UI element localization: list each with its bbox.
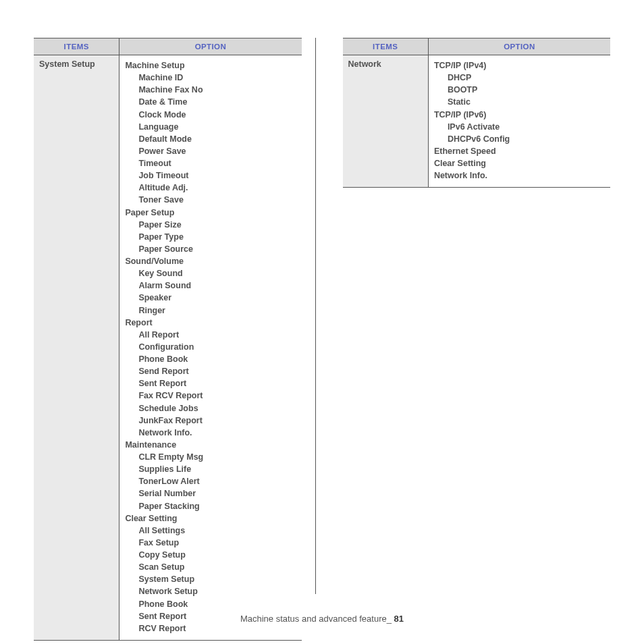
option-item: All Report — [125, 329, 296, 341]
option-item: Clock Mode — [125, 109, 296, 121]
option-item: Fax Setup — [125, 537, 296, 549]
header-option: OPTION — [119, 38, 302, 55]
option-item: Report — [125, 317, 296, 329]
option-item: DHCPv6 Config — [434, 133, 605, 145]
option-item: System Setup — [125, 573, 296, 585]
option-item: Paper Type — [125, 231, 296, 243]
item-cell: System Setup — [34, 55, 119, 641]
header-option: OPTION — [428, 38, 610, 55]
option-item: Ethernet Speed — [434, 145, 605, 157]
option-item: Copy Setup — [125, 549, 296, 561]
option-item: Network Info. — [125, 427, 296, 439]
option-item: TonerLow Alert — [125, 475, 296, 487]
option-item: Machine Setup — [125, 59, 296, 72]
option-item: Paper Stacking — [125, 500, 296, 512]
option-item: Power Save — [125, 145, 296, 157]
option-item: Altitude Adj. — [125, 182, 296, 194]
option-item: Phone Book — [125, 598, 296, 610]
option-item: Date & Time — [125, 96, 296, 108]
option-item: Paper Source — [125, 243, 296, 255]
option-item: Timeout — [125, 157, 296, 169]
option-cell: TCP/IP (IPv4)DHCPBOOTPStaticTCP/IP (IPv6… — [428, 55, 610, 188]
system-setup-table: ITEMS OPTION System Setup Machine SetupM… — [34, 38, 302, 641]
option-item: Job Timeout — [125, 169, 296, 182]
option-item: Network Info. — [434, 169, 605, 182]
option-item: Alarm Sound — [125, 279, 296, 292]
option-item: Configuration — [125, 341, 296, 353]
option-item: Serial Number — [125, 487, 296, 500]
option-item: Toner Save — [125, 194, 296, 206]
network-table: ITEMS OPTION Network TCP/IP (IPv4)DHCPBO… — [343, 38, 611, 188]
option-item: Sound/Volume — [125, 255, 296, 267]
header-items: ITEMS — [34, 38, 119, 55]
option-item: Machine ID — [125, 72, 296, 84]
option-item: IPv6 Activate — [434, 121, 605, 133]
page-number: 81 — [394, 614, 404, 624]
option-item: Supplies Life — [125, 463, 296, 475]
option-item: Speaker — [125, 292, 296, 304]
option-item: RCV Report — [125, 622, 296, 635]
option-item: Machine Fax No — [125, 84, 296, 96]
page-content: ITEMS OPTION System Setup Machine SetupM… — [0, 0, 644, 594]
option-item: Default Mode — [125, 133, 296, 145]
option-item: Send Report — [125, 365, 296, 377]
option-item: Scan Setup — [125, 561, 296, 573]
option-item: Phone Book — [125, 353, 296, 365]
option-item: All Settings — [125, 525, 296, 537]
option-item: TCP/IP (IPv6) — [434, 109, 605, 121]
header-items: ITEMS — [343, 38, 429, 55]
option-item: DHCP — [434, 72, 605, 84]
left-column: ITEMS OPTION System Setup Machine SetupM… — [34, 38, 316, 594]
option-cell: Machine SetupMachine IDMachine Fax NoDat… — [119, 55, 302, 641]
footer-text: Machine status and advanced feature_ — [240, 614, 392, 624]
option-item: CLR Empty Msg — [125, 451, 296, 463]
option-item: JunkFax Report — [125, 414, 296, 427]
option-item: Fax RCV Report — [125, 390, 296, 402]
option-item: Paper Setup — [125, 207, 296, 219]
option-item: Sent Report — [125, 377, 296, 390]
right-column: ITEMS OPTION Network TCP/IP (IPv4)DHCPBO… — [343, 38, 611, 594]
item-cell: Network — [343, 55, 429, 188]
option-item: Paper Size — [125, 219, 296, 231]
option-item: Key Sound — [125, 267, 296, 279]
option-item: Network Setup — [125, 585, 296, 597]
option-item: Language — [125, 121, 296, 133]
option-item: Clear Setting — [434, 157, 605, 169]
option-item: Schedule Jobs — [125, 402, 296, 414]
page-footer: Machine status and advanced feature_ 81 — [0, 614, 644, 624]
option-item: Maintenance — [125, 439, 296, 451]
option-item: BOOTP — [434, 84, 605, 96]
option-item: Ringer — [125, 304, 296, 317]
option-item: Clear Setting — [125, 512, 296, 525]
option-item: TCP/IP (IPv4) — [434, 59, 605, 72]
option-item: Static — [434, 96, 605, 108]
